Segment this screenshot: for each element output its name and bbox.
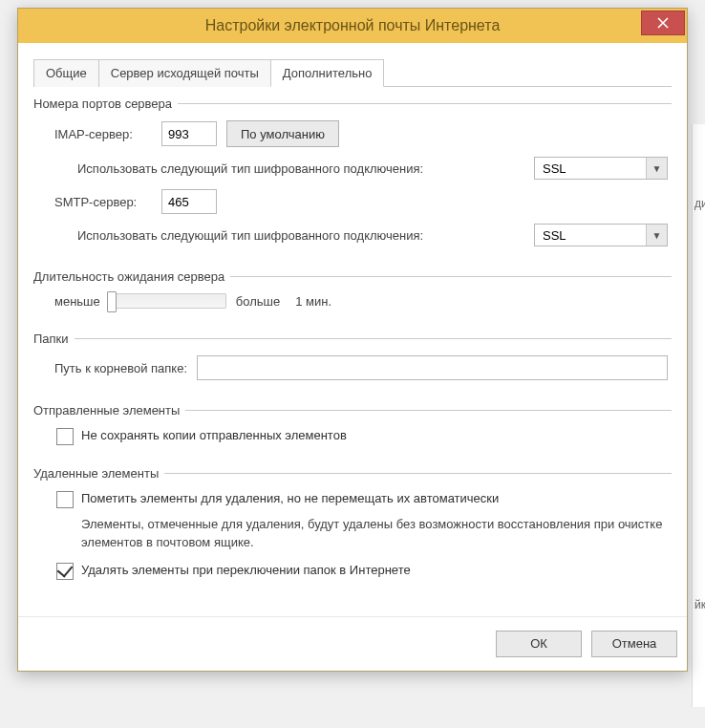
titlebar: Настройки электронной почты Интернета xyxy=(18,9,687,43)
imap-encryption-select[interactable]: SSL xyxy=(534,157,668,180)
tab-general[interactable]: Общие xyxy=(33,59,99,87)
purge-on-switch-checkbox[interactable] xyxy=(56,563,74,580)
server-timeout-legend: Длительность ожидания сервера xyxy=(33,269,230,284)
cancel-button[interactable]: Отмена xyxy=(591,631,677,657)
tab-outgoing-server[interactable]: Сервер исходящей почты xyxy=(98,59,271,87)
server-ports-group: Номера портов сервера IMAP-сервер: По ум… xyxy=(33,96,672,258)
timeout-slider[interactable] xyxy=(110,293,226,309)
folders-group: Папки Путь к корневой папке: xyxy=(33,332,672,392)
bg-text-fragment: йк xyxy=(694,598,705,611)
smtp-port-input[interactable] xyxy=(161,189,217,214)
mark-for-deletion-description: Элементы, отмеченные для удаления, будут… xyxy=(81,516,668,552)
close-button[interactable] xyxy=(641,11,685,35)
ok-button[interactable]: ОК xyxy=(496,631,582,657)
smtp-label: SMTP-сервер: xyxy=(54,195,152,209)
timeout-value: 1 мин. xyxy=(295,294,331,309)
dont-save-sent-checkbox[interactable] xyxy=(56,428,74,445)
sent-items-legend: Отправленные элементы xyxy=(33,403,185,418)
dialog-footer: ОК Отмена xyxy=(18,616,687,671)
timeout-more-label: больше xyxy=(236,294,280,309)
smtp-encryption-select[interactable]: SSL xyxy=(534,224,668,246)
tab-advanced[interactable]: Дополнительно xyxy=(270,59,385,87)
folders-legend: Папки xyxy=(33,332,75,346)
email-settings-dialog: Настройки электронной почты Интернета Об… xyxy=(17,8,688,672)
sent-items-group: Отправленные элементы Не сохранять копии… xyxy=(33,403,672,455)
window-title: Настройки электронной почты Интернета xyxy=(18,17,687,34)
server-timeout-group: Длительность ожидания сервера меньше бол… xyxy=(33,269,672,320)
dont-save-sent-label: Не сохранять копии отправленных элементо… xyxy=(81,427,347,444)
background-window-edge: ди йк xyxy=(692,124,705,707)
tab-strip: Общие Сервер исходящей почты Дополнитель… xyxy=(33,58,672,87)
deleted-items-legend: Удаленные элементы xyxy=(33,466,164,481)
imap-label: IMAP-сервер: xyxy=(54,127,152,141)
deleted-items-group: Удаленные элементы Пометить элементы для… xyxy=(33,466,672,589)
imap-port-input[interactable] xyxy=(161,121,217,146)
timeout-less-label: меньше xyxy=(54,294,100,309)
mark-for-deletion-label: Пометить элементы для удаления, но не пе… xyxy=(81,490,499,507)
default-ports-button[interactable]: По умолчанию xyxy=(226,120,339,147)
bg-text-fragment: ди xyxy=(694,197,705,210)
smtp-encryption-label: Использовать следующий тип шифрованного … xyxy=(77,228,423,243)
root-folder-input[interactable] xyxy=(197,355,668,380)
server-ports-legend: Номера портов сервера xyxy=(33,96,178,111)
mark-for-deletion-checkbox[interactable] xyxy=(56,491,74,508)
slider-handle-icon[interactable] xyxy=(107,291,117,312)
imap-encryption-label: Использовать следующий тип шифрованного … xyxy=(77,161,423,176)
root-folder-label: Путь к корневой папке: xyxy=(54,361,187,375)
close-icon xyxy=(657,17,669,29)
purge-on-switch-label: Удалять элементы при переключении папок … xyxy=(81,562,411,579)
dialog-content: Общие Сервер исходящей почты Дополнитель… xyxy=(18,43,687,616)
